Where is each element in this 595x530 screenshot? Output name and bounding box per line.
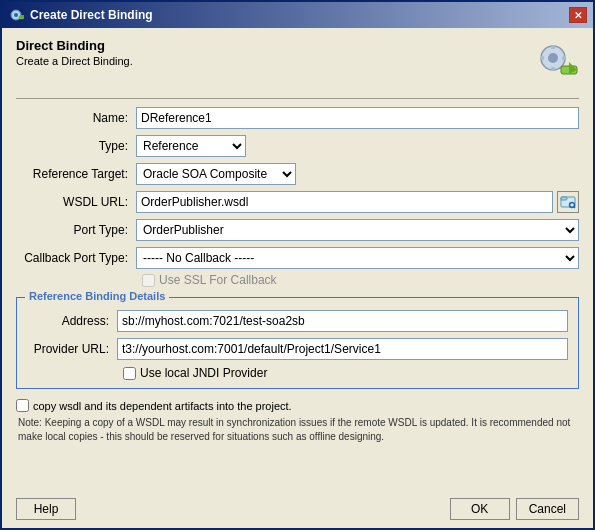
divider-top (16, 98, 579, 99)
type-select[interactable]: Reference Service (136, 135, 246, 157)
group-title: Reference Binding Details (25, 290, 169, 302)
wsdl-url-label: WSDL URL: (16, 195, 136, 209)
titlebar: Create Direct Binding ✕ (2, 2, 593, 28)
jndi-label: Use local JNDI Provider (140, 366, 267, 380)
provider-url-label: Provider URL: (27, 342, 117, 356)
name-input[interactable] (136, 107, 579, 129)
use-ssl-checkbox[interactable] (142, 274, 155, 287)
ref-target-row: Oracle SOA Composite (136, 163, 579, 185)
note-text: Note: Keeping a copy of a WSDL may resul… (16, 416, 579, 444)
ssl-row: Use SSL For Callback (138, 273, 579, 287)
type-label: Type: (16, 139, 136, 153)
reference-binding-group: Reference Binding Details Address: Provi… (16, 297, 579, 389)
ok-button[interactable]: OK (450, 498, 510, 520)
port-type-select[interactable]: OrderPublisher (136, 219, 579, 241)
copy-row: copy wsdl and its dependent artifacts in… (16, 399, 579, 412)
form-grid: Name: Type: Reference Service Reference … (16, 107, 579, 269)
wsdl-url-row (136, 191, 579, 213)
wsdl-url-input[interactable] (136, 191, 553, 213)
type-row: Reference Service (136, 135, 579, 157)
button-bar: Help OK Cancel (2, 492, 593, 528)
copy-checkbox[interactable] (16, 399, 29, 412)
content-area: Direct Binding Create a Direct Binding. … (2, 28, 593, 492)
close-button[interactable]: ✕ (569, 7, 587, 23)
callback-select[interactable]: ----- No Callback ----- (136, 247, 579, 269)
titlebar-left: Create Direct Binding (8, 7, 153, 23)
ssl-checkbox-row: Use SSL For Callback (138, 273, 579, 287)
svg-rect-6 (551, 45, 555, 49)
main-window: Create Direct Binding ✕ Direct Binding C… (0, 0, 595, 530)
cancel-button[interactable]: Cancel (516, 498, 579, 520)
use-ssl-label: Use SSL For Callback (159, 273, 277, 287)
callback-label: Callback Port Type: (16, 251, 136, 265)
address-input[interactable] (117, 310, 568, 332)
address-label: Address: (27, 314, 117, 328)
header-row: Direct Binding Create a Direct Binding. (16, 38, 579, 86)
svg-point-5 (548, 53, 558, 63)
header-icon (531, 38, 579, 86)
svg-rect-7 (551, 67, 555, 71)
jndi-row: Use local JNDI Provider (119, 366, 568, 380)
svg-point-1 (14, 13, 18, 17)
section-title: Direct Binding (16, 38, 133, 53)
help-button[interactable]: Help (16, 498, 76, 520)
copy-label: copy wsdl and its dependent artifacts in… (33, 400, 292, 412)
name-label: Name: (16, 111, 136, 125)
ref-target-select[interactable]: Oracle SOA Composite (136, 163, 296, 185)
section-desc: Create a Direct Binding. (16, 55, 133, 67)
svg-rect-9 (562, 56, 566, 60)
svg-line-15 (574, 207, 575, 208)
jndi-checkbox[interactable] (123, 367, 136, 380)
port-type-label: Port Type: (16, 223, 136, 237)
provider-url-input[interactable] (117, 338, 568, 360)
ref-target-label: Reference Target: (16, 167, 136, 181)
svg-rect-13 (561, 197, 567, 200)
copy-section: copy wsdl and its dependent artifacts in… (16, 399, 579, 444)
browse-icon (560, 194, 576, 210)
window-title: Create Direct Binding (30, 8, 153, 22)
wsdl-browse-button[interactable] (557, 191, 579, 213)
window-icon (8, 7, 24, 23)
group-form: Address: Provider URL: (27, 310, 568, 360)
svg-rect-8 (540, 56, 544, 60)
header-text: Direct Binding Create a Direct Binding. (16, 38, 133, 77)
ok-cancel-group: OK Cancel (450, 498, 579, 520)
